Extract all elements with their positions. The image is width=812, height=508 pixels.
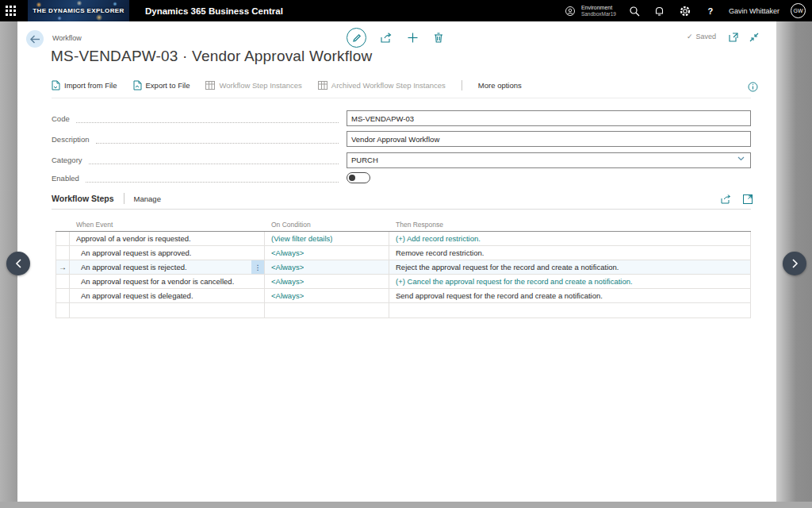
code-label: Code xyxy=(52,114,70,123)
condition-link[interactable]: <Always> xyxy=(271,291,304,300)
top-bar: THE DYNAMICS EXPLORER Dynamics 365 Busin… xyxy=(0,0,812,21)
import-from-file-button[interactable]: Import from File xyxy=(52,80,117,90)
user-avatar[interactable]: GW xyxy=(791,3,806,18)
share-button[interactable] xyxy=(380,32,393,44)
previous-record-button[interactable] xyxy=(6,252,30,275)
action-bar-divider xyxy=(462,80,462,90)
archived-workflow-step-instances-button: Archived Workflow Step Instances xyxy=(318,81,446,90)
search-icon[interactable] xyxy=(627,4,642,18)
event-cell[interactable]: An approval request for a vendor is canc… xyxy=(81,277,234,286)
section-separator xyxy=(52,209,751,210)
row-selector-cell[interactable] xyxy=(56,303,70,318)
dotted-leader xyxy=(89,155,339,164)
dotted-leader xyxy=(86,173,339,183)
more-options-label: More options xyxy=(478,81,522,90)
response-cell[interactable]: Reject the approval request for the reco… xyxy=(396,263,619,271)
collapse-resize-icon[interactable] xyxy=(748,31,760,44)
next-record-button[interactable] xyxy=(783,252,806,275)
workflow-step-instances-button: Workflow Step Instances xyxy=(205,81,301,90)
record-toolbar xyxy=(347,28,445,48)
settings-gear-icon[interactable] xyxy=(678,4,692,18)
event-cell[interactable]: Approval of a vendor is requested. xyxy=(76,234,191,243)
workflow-step-instances-label: Workflow Step Instances xyxy=(219,81,301,90)
action-bar-separator xyxy=(52,98,751,98)
dotted-leader xyxy=(76,114,339,123)
action-bar: Import from File Export to File Workflow… xyxy=(52,80,522,90)
focus-mode-icon[interactable] xyxy=(741,193,754,206)
environment-name: SandboxMar19 xyxy=(581,11,616,17)
table-row[interactable]: An approval request is delegated. <Alway… xyxy=(56,289,751,303)
code-input[interactable] xyxy=(347,110,751,126)
delete-trash-button[interactable] xyxy=(432,32,445,44)
category-input[interactable] xyxy=(347,152,751,168)
environment-label: Environment xyxy=(581,5,616,11)
notifications-bell-icon[interactable] xyxy=(653,4,667,18)
back-button[interactable] xyxy=(26,30,44,48)
condition-link[interactable]: <Always> xyxy=(271,248,304,257)
condition-link[interactable]: <Always> xyxy=(271,263,304,271)
table-row-selected[interactable]: → An approval request is rejected. ⋮ <Al… xyxy=(56,260,751,275)
import-from-file-label: Import from File xyxy=(64,81,117,90)
row-selector-cell[interactable] xyxy=(56,246,70,260)
table-row[interactable]: An approval request for a vendor is canc… xyxy=(56,275,751,289)
edit-pencil-button[interactable] xyxy=(347,28,366,48)
response-cell[interactable]: Send approval request for the record and… xyxy=(396,291,603,300)
environment-switcher[interactable]: Environment SandboxMar19 xyxy=(563,4,616,18)
import-file-icon xyxy=(52,80,60,90)
page-title: MS-VENDAPW-03 · Vendor Approval Workflow xyxy=(51,48,372,65)
manage-menu[interactable]: Manage xyxy=(134,194,161,203)
share-list-icon[interactable] xyxy=(719,193,732,206)
export-to-file-label: Export to File xyxy=(146,81,190,90)
export-to-file-button[interactable]: Export to File xyxy=(133,80,190,90)
table-row[interactable]: Approval of a vendor is requested. (View… xyxy=(56,232,751,246)
saved-label: Saved xyxy=(696,33,717,40)
row-selector-cell[interactable] xyxy=(56,289,70,302)
enabled-toggle[interactable] xyxy=(347,172,370,183)
new-plus-button[interactable] xyxy=(406,32,419,44)
workflow-steps-title[interactable]: Workflow Steps xyxy=(52,194,114,203)
response-link[interactable]: (+) Add record restriction. xyxy=(396,234,481,243)
table-header-row: When Event On Condition Then Response xyxy=(56,217,751,232)
breadcrumb[interactable]: Workflow xyxy=(52,34,82,42)
help-icon[interactable]: ? xyxy=(703,4,718,18)
response-link[interactable]: (+) Cancel the approval request for the … xyxy=(396,277,633,286)
event-cell[interactable]: An approval request is delegated. xyxy=(81,291,193,300)
column-header-when-event[interactable]: When Event xyxy=(70,221,265,229)
more-options-button[interactable]: More options xyxy=(478,81,522,90)
info-icon[interactable] xyxy=(748,82,758,92)
page-content: Workflow xyxy=(17,21,776,502)
description-input[interactable] xyxy=(347,131,751,147)
open-in-new-window-icon[interactable] xyxy=(727,31,740,44)
event-cell[interactable]: An approval request is rejected. xyxy=(81,263,187,271)
column-header-on-condition[interactable]: On Condition xyxy=(265,221,389,229)
logo-text: THE DYNAMICS EXPLORER xyxy=(33,7,124,14)
condition-link[interactable]: <Always> xyxy=(271,277,304,286)
row-selector-cell[interactable] xyxy=(56,275,70,288)
app-launcher-waffle-icon[interactable] xyxy=(0,0,21,21)
table-grid-icon xyxy=(205,81,215,90)
condition-link[interactable]: (View filter details) xyxy=(271,234,332,243)
description-label: Description xyxy=(52,135,90,144)
table-row-empty[interactable] xyxy=(56,303,751,318)
response-cell[interactable]: Remove record restriction. xyxy=(396,248,484,257)
column-header-then-response[interactable]: Then Response xyxy=(389,221,751,229)
archived-workflow-step-instances-label: Archived Workflow Step Instances xyxy=(331,81,446,90)
app-title[interactable]: Dynamics 365 Business Central xyxy=(145,6,283,16)
row-selector-cell[interactable]: → xyxy=(56,260,70,274)
save-status: ✓ Saved xyxy=(687,33,716,40)
section-divider xyxy=(124,193,124,204)
section-icons xyxy=(719,193,754,206)
toggle-knob xyxy=(349,175,355,181)
row-menu-dots-icon[interactable]: ⋮ xyxy=(251,260,264,274)
user-name[interactable]: Gavin Whittaker xyxy=(729,7,779,15)
dynamics-explorer-logo[interactable]: THE DYNAMICS EXPLORER xyxy=(28,0,129,21)
row-selector-cell[interactable] xyxy=(56,232,70,245)
saved-check-icon: ✓ xyxy=(687,33,693,40)
bottom-scroll-strip[interactable] xyxy=(0,502,812,508)
window-tools xyxy=(727,31,760,44)
table-row[interactable]: An approval request is approved. <Always… xyxy=(56,246,751,260)
event-cell[interactable]: An approval request is approved. xyxy=(81,248,191,257)
selected-row-arrow-icon: → xyxy=(59,263,67,271)
workflow-steps-section-header: Workflow Steps Manage xyxy=(52,193,161,204)
export-file-icon xyxy=(133,80,142,90)
